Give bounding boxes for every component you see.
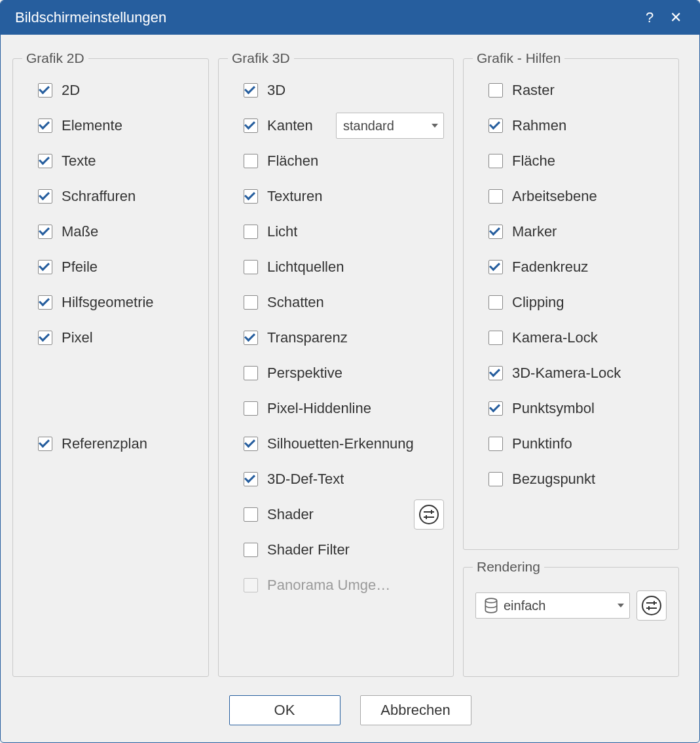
checkbox-texte[interactable] [38, 154, 52, 168]
checkbox-shader-filter[interactable] [244, 543, 258, 557]
dialog: Bildschirmeinstellungen ? ✕ Grafik 2D 2D… [0, 0, 700, 743]
checkbox-clipping[interactable] [488, 295, 503, 310]
checkbox-schatten[interactable] [244, 295, 258, 310]
select-kanten-style[interactable]: standard [336, 113, 444, 139]
row-2d: 2D [22, 73, 199, 108]
checkbox-marker[interactable] [488, 225, 503, 239]
titlebar: Bildschirmeinstellungen ? ✕ [1, 1, 699, 35]
row-clipping: Clipping [473, 285, 669, 320]
checkbox-schraffuren[interactable] [38, 189, 52, 204]
group-grafik-3d: Grafik 3D 3D Kanten standard Flächen [218, 50, 454, 677]
rendering-settings-button[interactable] [636, 590, 667, 621]
checkbox-pixel[interactable] [38, 331, 52, 345]
sliders-icon [641, 595, 662, 616]
label-3d-def-text: 3D-Def-Text [267, 471, 344, 488]
label-3d: 3D [267, 82, 286, 99]
checkbox-perspektive[interactable] [244, 366, 258, 380]
database-icon [483, 597, 500, 614]
checkbox-masse[interactable] [38, 225, 52, 239]
label-schatten: Schatten [267, 294, 324, 311]
checkbox-kanten[interactable] [244, 118, 258, 133]
checkbox-arbeitsebene[interactable] [488, 189, 503, 204]
checkbox-shader[interactable] [244, 507, 258, 522]
row-hilfsgeometrie: Hilfsgeometrie [22, 285, 199, 320]
label-marker: Marker [512, 223, 557, 240]
label-kamera-lock: Kamera-Lock [512, 329, 598, 346]
dialog-title: Bildschirmeinstellungen [15, 9, 636, 26]
row-kanten: Kanten standard [228, 108, 444, 143]
checkbox-silhouetten[interactable] [244, 437, 258, 451]
legend-rendering: Rendering [473, 559, 544, 575]
sliders-icon [418, 504, 439, 525]
content: Grafik 2D 2D Elemente Texte Schraffuren [1, 35, 699, 683]
row-punktinfo: Punktinfo [473, 426, 669, 462]
checkbox-flaechen[interactable] [244, 154, 258, 168]
row-shader: Shader [228, 497, 444, 532]
checkbox-pixel-hiddenline[interactable] [244, 401, 258, 416]
checkbox-referenzplan[interactable] [38, 437, 52, 451]
checkbox-kamera-lock[interactable] [488, 331, 503, 345]
row-flaeche: Fläche [473, 143, 669, 179]
row-kamera-lock: Kamera-Lock [473, 320, 669, 355]
legend-grafik-2d: Grafik 2D [22, 50, 88, 66]
select-rendering-mode[interactable]: einfach [475, 592, 630, 619]
help-button[interactable]: ? [636, 5, 663, 31]
ok-button[interactable]: OK [229, 695, 341, 725]
row-silhouetten: Silhouetten-Erkennung [228, 426, 444, 462]
checkbox-hilfsgeometrie[interactable] [38, 295, 52, 310]
label-clipping: Clipping [512, 294, 564, 311]
svg-point-6 [642, 596, 661, 615]
checkbox-texturen[interactable] [244, 189, 258, 204]
svg-point-0 [420, 505, 438, 524]
label-texturen: Texturen [267, 188, 322, 205]
checkbox-transparenz[interactable] [244, 331, 258, 345]
chevron-down-icon [432, 124, 438, 128]
label-perspektive: Perspektive [267, 365, 342, 382]
row-pfeile: Pfeile [22, 249, 199, 285]
shader-settings-button[interactable] [414, 499, 444, 530]
checkbox-3d[interactable] [244, 83, 258, 98]
checkbox-punktinfo[interactable] [488, 437, 503, 451]
row-3d: 3D [228, 73, 444, 108]
label-punktsymbol: Punktsymbol [512, 400, 595, 417]
group-grafik-2d: Grafik 2D 2D Elemente Texte Schraffuren [12, 50, 209, 677]
checkbox-fadenkreuz[interactable] [488, 260, 503, 274]
label-pixel: Pixel [62, 329, 93, 346]
row-bezugspunkt: Bezugspunkt [473, 462, 669, 497]
checkbox-licht[interactable] [244, 225, 258, 239]
checkbox-3d-kamera-lock[interactable] [488, 366, 503, 380]
legend-grafik-hilfen: Grafik - Hilfen [473, 50, 564, 66]
label-raster: Raster [512, 82, 555, 99]
checkbox-2d[interactable] [38, 83, 52, 98]
row-licht: Licht [228, 214, 444, 249]
legend-grafik-3d: Grafik 3D [228, 50, 294, 66]
checkbox-3d-def-text[interactable] [244, 472, 258, 486]
label-bezugspunkt: Bezugspunkt [512, 471, 595, 488]
label-elemente: Elemente [62, 117, 122, 134]
close-button[interactable]: ✕ [663, 5, 689, 31]
chevron-down-icon [617, 604, 624, 607]
checkbox-rahmen[interactable] [488, 118, 503, 133]
label-hilfsgeometrie: Hilfsgeometrie [62, 294, 154, 311]
help-icon: ? [646, 9, 654, 26]
checkbox-flaeche[interactable] [488, 154, 503, 168]
checkbox-punktsymbol[interactable] [488, 401, 503, 416]
checkbox-raster[interactable] [488, 83, 503, 98]
label-panorama: Panorama Umge… [267, 577, 390, 594]
row-raster: Raster [473, 73, 669, 108]
col-grafik-3d: Grafik 3D 3D Kanten standard Flächen [218, 50, 454, 677]
group-grafik-hilfen: Grafik - Hilfen Raster Rahmen Fläche Arb… [463, 50, 679, 550]
row-3d-kamera-lock: 3D-Kamera-Lock [473, 355, 669, 391]
label-licht: Licht [267, 223, 297, 240]
cancel-button[interactable]: Abbrechen [360, 695, 471, 725]
label-rahmen: Rahmen [512, 117, 566, 134]
checkbox-bezugspunkt[interactable] [488, 472, 503, 486]
checkbox-pfeile[interactable] [38, 260, 52, 274]
col-grafik-2d: Grafik 2D 2D Elemente Texte Schraffuren [12, 50, 209, 677]
checkbox-lichtquellen[interactable] [244, 260, 258, 274]
label-flaeche: Fläche [512, 153, 555, 170]
label-3d-kamera-lock: 3D-Kamera-Lock [512, 365, 621, 382]
row-referenzplan: Referenzplan [22, 426, 199, 462]
checkbox-elemente[interactable] [38, 118, 52, 133]
label-transparenz: Transparenz [267, 329, 348, 346]
